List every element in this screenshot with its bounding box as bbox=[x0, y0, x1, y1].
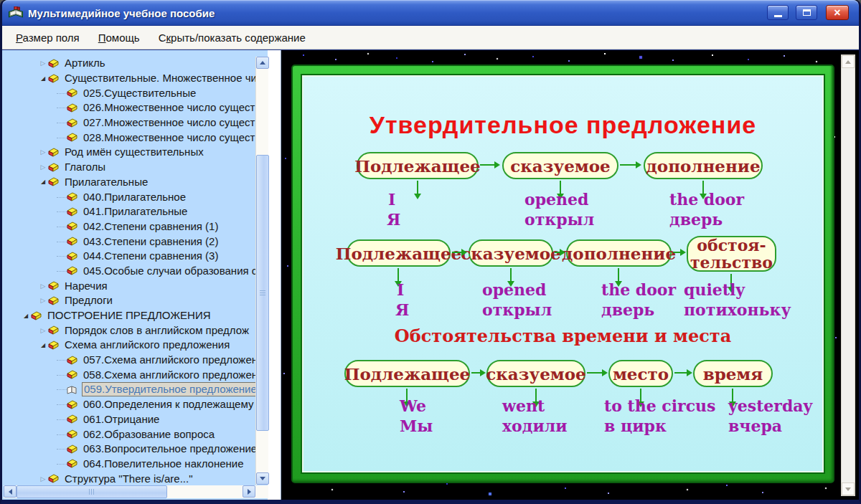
window-title: Мультимедийное учебное пособие bbox=[28, 7, 215, 19]
tree-item[interactable]: 061.Отрицание bbox=[4, 412, 255, 427]
tree-item-label: Предлоги bbox=[63, 294, 114, 307]
tree-item-label: Род имён существительных bbox=[63, 146, 205, 158]
tree-connector-line bbox=[57, 360, 67, 361]
example-word: дверь bbox=[669, 210, 723, 229]
tree-item[interactable]: ◢Существительные. Множественное чи bbox=[4, 71, 255, 86]
expand-icon[interactable]: ▷ bbox=[38, 297, 48, 304]
lesson-content-area: Утвердительное предложение Подлежащее ск… bbox=[281, 50, 859, 500]
book-open-icon bbox=[67, 385, 79, 394]
tree-item[interactable]: ▷Предлоги bbox=[4, 293, 255, 308]
tree-item[interactable]: ▷Наречия bbox=[4, 278, 255, 293]
tree-item-label: 063.Вопросительное предложение bbox=[82, 442, 255, 455]
scroll-down-button[interactable] bbox=[842, 482, 855, 495]
tree-item[interactable]: 044.Степени сравнения (3) bbox=[4, 249, 255, 264]
tree-item[interactable]: ▷Структура "There is/are..." bbox=[4, 471, 255, 485]
titlebar: Мультимедийное учебное пособие × bbox=[2, 0, 859, 26]
tree-item-label: 041.Прилагательные bbox=[82, 205, 189, 218]
collapse-icon[interactable]: ◢ bbox=[38, 342, 48, 348]
tree-item-label: Прилагательные bbox=[63, 176, 149, 189]
tree-item[interactable]: ◢Прилагательные bbox=[4, 175, 255, 190]
tree-horizontal-scrollbar[interactable] bbox=[4, 485, 255, 498]
scroll-up-button[interactable] bbox=[842, 55, 855, 68]
horizontal-scrollbar-thumb[interactable] bbox=[17, 485, 167, 498]
menu-item-toggle-contents[interactable]: Скрыть/показать содержание bbox=[152, 28, 312, 47]
tree-item-label: Артикль bbox=[63, 57, 107, 70]
tree-item-label: 045.Особые случаи образования ст bbox=[82, 265, 255, 277]
tree-item[interactable]: ▷Порядок слов в английском предлож bbox=[4, 323, 255, 338]
expand-icon[interactable]: ▷ bbox=[38, 60, 48, 67]
book-closed-icon bbox=[48, 474, 60, 483]
tree-item[interactable]: 058.Схема английского предложен bbox=[4, 367, 255, 382]
tree-item[interactable]: 042.Степени сравнения (1) bbox=[4, 219, 255, 234]
tree-item[interactable]: 040.Прилагательное bbox=[4, 189, 255, 204]
triangle-up-icon bbox=[845, 60, 851, 64]
app-book-icon[interactable] bbox=[8, 6, 24, 20]
tree-item[interactable]: 026.Множественное число существ bbox=[4, 100, 255, 115]
tree-item[interactable]: 057.Схема английского предложен bbox=[4, 353, 255, 368]
tree-item[interactable]: 059.Утвердительное предложение bbox=[4, 382, 255, 397]
arrow-right-icon bbox=[480, 164, 495, 166]
tree-item[interactable]: 028.Множественное число существ bbox=[4, 130, 255, 145]
expand-icon[interactable]: ▷ bbox=[38, 327, 48, 334]
tree-item[interactable]: 043.Степени сравнения (2) bbox=[4, 234, 255, 249]
arrow-right-icon bbox=[674, 372, 687, 374]
vertical-scrollbar-thumb[interactable] bbox=[256, 155, 269, 431]
example-word: We bbox=[400, 396, 426, 415]
expand-icon[interactable]: ▷ bbox=[38, 148, 48, 156]
tree-connector-line bbox=[57, 197, 67, 198]
book-closed-icon bbox=[67, 133, 79, 142]
tree-item-label: 058.Схема английского предложен bbox=[82, 369, 255, 381]
scrollbar-grip-icon bbox=[260, 290, 265, 296]
example-word: вчера bbox=[728, 417, 782, 435]
tree-vertical-scrollbar[interactable] bbox=[255, 57, 268, 485]
scroll-left-button[interactable] bbox=[4, 485, 17, 498]
collapse-icon[interactable]: ◢ bbox=[21, 313, 31, 319]
tree-item[interactable]: ▷Глаголы bbox=[4, 160, 255, 175]
tree-item[interactable]: 063.Вопросительное предложение bbox=[4, 442, 255, 457]
content-vertical-scrollbar[interactable] bbox=[841, 54, 855, 496]
menu-item-field-size[interactable]: Размер поля bbox=[9, 28, 86, 47]
tree-item[interactable]: 027.Множественное число существ bbox=[4, 115, 255, 130]
expand-icon[interactable]: ▷ bbox=[38, 163, 48, 171]
example-word: opened bbox=[482, 280, 546, 299]
collapse-icon[interactable]: ◢ bbox=[38, 179, 48, 185]
book-closed-icon bbox=[48, 296, 60, 305]
tree-item[interactable]: 041.Прилагательные bbox=[4, 204, 255, 219]
triangle-down-icon bbox=[260, 477, 265, 480]
tree-item[interactable]: 064.Повелительное наклонение bbox=[4, 457, 255, 472]
example-word: quietly bbox=[684, 280, 745, 299]
scroll-down-button[interactable] bbox=[256, 472, 269, 485]
diagram-box-time: время bbox=[693, 360, 773, 387]
example-word: Я bbox=[387, 210, 400, 229]
scroll-up-button[interactable] bbox=[256, 57, 269, 69]
collapse-icon[interactable]: ◢ bbox=[38, 75, 48, 82]
example-word: открыл bbox=[524, 210, 594, 229]
tree-item[interactable]: ◢Схема английского предложения bbox=[4, 338, 255, 353]
tree-connector-line bbox=[57, 123, 67, 123]
minimize-button[interactable] bbox=[767, 5, 789, 20]
menu-item-help[interactable]: Помощь bbox=[92, 28, 146, 47]
tree-item[interactable]: 062.Образование вопроса bbox=[4, 427, 255, 442]
close-button[interactable]: × bbox=[826, 5, 849, 20]
minimize-icon bbox=[774, 15, 782, 17]
tree-item[interactable]: ◢ПОСТРОЕНИЕ ПРЕДЛОЖЕНИЯ bbox=[4, 308, 255, 323]
tree-item[interactable]: 025.Существительные bbox=[4, 85, 255, 100]
tree-item-label: 025.Существительные bbox=[82, 87, 197, 100]
tree-item[interactable]: 045.Особые случаи образования ст bbox=[4, 264, 255, 279]
expand-icon[interactable]: ▷ bbox=[38, 282, 48, 290]
tree-connector-line bbox=[57, 211, 67, 212]
tree-item[interactable]: ▷Артикль bbox=[4, 56, 255, 71]
tree-item[interactable]: 060.Определения к подлежащему bbox=[4, 397, 255, 412]
example-word: went bbox=[502, 396, 545, 415]
tree-item-label: 043.Степени сравнения (2) bbox=[82, 235, 220, 248]
arrow-right-icon bbox=[673, 252, 681, 253]
maximize-button[interactable] bbox=[796, 5, 817, 20]
book-closed-icon bbox=[48, 177, 60, 186]
expand-icon[interactable]: ▷ bbox=[38, 475, 48, 482]
contents-tree: ▷Артикль◢Существительные. Множественное … bbox=[4, 56, 255, 485]
book-closed-icon bbox=[67, 192, 79, 201]
tree-item[interactable]: ▷Род имён существительных bbox=[4, 145, 255, 160]
scroll-right-button[interactable] bbox=[243, 485, 255, 498]
book-closed-icon bbox=[67, 222, 79, 231]
tree-connector-line bbox=[57, 271, 67, 272]
